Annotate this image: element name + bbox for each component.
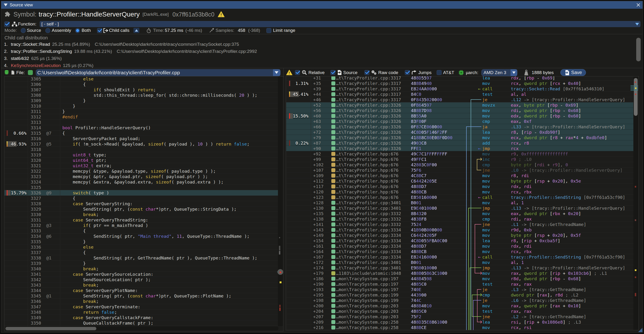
asm-row[interactable]: +56…t\TracyProfiler.cpp:3326488B7D98mov … bbox=[286, 108, 634, 113]
source-file-badge[interactable] bbox=[331, 212, 335, 216]
asm-offset[interactable]: +193 bbox=[313, 287, 324, 292]
asm-offset[interactable]: +56 bbox=[313, 108, 321, 113]
asm-source-location[interactable]: …t\TracyProfiler.hpp:676 bbox=[336, 168, 398, 173]
asm-offset[interactable]: +149 bbox=[313, 233, 324, 238]
asm-row[interactable]: +167…t\TracyProfiler.cpp:3334E824160000←… bbox=[286, 254, 634, 260]
line-number[interactable]: 3333 bbox=[30, 228, 41, 233]
source-file-badge[interactable] bbox=[331, 206, 335, 210]
asm-instruction[interactable]: cmp byte ptr [rdi + r9], 0 bbox=[482, 162, 568, 167]
window-resize-grip[interactable] bbox=[638, 328, 642, 332]
line-number[interactable]: 3328 bbox=[30, 201, 41, 206]
asm-offset[interactable]: +186 bbox=[313, 276, 324, 281]
source-file-badge[interactable] bbox=[331, 152, 335, 156]
collapse-arrow-icon[interactable] bbox=[4, 3, 8, 6]
asm-row[interactable]: 45.41%+44…t\TracyProfiler.cpp:331784C0te… bbox=[286, 92, 634, 97]
source-row[interactable]: 3330 break; bbox=[4, 212, 278, 217]
asm-row[interactable]: +209…mon\TracySystem.cpp:258488D35E88610… bbox=[286, 319, 634, 325]
asm-instruction[interactable]: cmp eax, 0xf bbox=[482, 119, 532, 124]
source-file-badge[interactable] bbox=[331, 190, 335, 194]
child-call-item[interactable]: 1.tracy::Socket::Read25.25 ms (54.89%)C:… bbox=[4, 42, 239, 47]
asm-offset[interactable]: +120 bbox=[313, 189, 324, 194]
asm-offset[interactable]: +35 bbox=[313, 81, 321, 86]
asm-instruction[interactable]: mov byte ptr [rsp + 0x20], 0x5e bbox=[482, 178, 581, 183]
mode-radio-source[interactable] bbox=[21, 28, 26, 33]
child-call-item[interactable]: 4.KeSynchronizeExecution125 µs (0.27%) bbox=[4, 63, 93, 68]
source-file-badge[interactable] bbox=[331, 201, 335, 205]
asm-instruction[interactable]: jne .L2 -> [tracy::GetThreadName] bbox=[482, 314, 586, 319]
line-number[interactable]: 3337 bbox=[30, 250, 41, 255]
asm-offset[interactable]: +174 bbox=[313, 265, 324, 270]
asm-offset[interactable]: +172 bbox=[313, 260, 324, 265]
source-file-badge[interactable] bbox=[331, 298, 335, 302]
asm-row[interactable]: +143…t\TracyProfiler.cpp:333441B90B00000… bbox=[286, 227, 634, 233]
asm-offset[interactable]: +31 bbox=[313, 76, 321, 80]
asm-source-location[interactable]: …t\TracyProfiler.cpp:3326 bbox=[336, 103, 401, 108]
asm-source-location[interactable]: …t\TracyProfiler.hpp:676 bbox=[336, 173, 398, 178]
source-file-badge[interactable] bbox=[331, 147, 335, 151]
asm-source-location[interactable]: …mon\TracySystem.cpp:199 bbox=[336, 293, 398, 298]
source-file-badge[interactable] bbox=[331, 184, 335, 188]
asm-row[interactable]: +112…t\TracyProfiler.hpp:676C64424205Emo… bbox=[286, 178, 634, 184]
source-row[interactable]: 0.66%3315@7{ bbox=[4, 131, 278, 136]
asm-instruction[interactable]: call tracy::Socket::Read [0x7ff61a546310… bbox=[482, 86, 604, 91]
source-row[interactable]: 3335 } bbox=[4, 239, 278, 244]
source-row[interactable]: 3324 memcpy( &extra, &payload.extra, siz… bbox=[4, 179, 278, 185]
asm-row[interactable]: +39…t\TracyProfiler.cpp:3317E824AA0000←c… bbox=[286, 86, 634, 92]
asm-offset[interactable]: +72 bbox=[313, 130, 321, 135]
asm-source-location[interactable]: …t\TracyProfiler.cpp:3401 bbox=[336, 200, 401, 205]
asm-row[interactable]: +52…t\TracyProfiler.cpp:33260FB64597movz… bbox=[286, 102, 634, 108]
mode-radio-both[interactable] bbox=[75, 28, 80, 33]
asm-instruction[interactable]: call tracy::Profiler::SendString [0x7ff6… bbox=[482, 255, 625, 259]
asm-row[interactable]: +164…t\TracyProfiler.cpp:3334488BCBmov r… bbox=[286, 249, 634, 254]
source-file-badge[interactable] bbox=[331, 250, 335, 254]
toggle-raw-code-checkbox[interactable] bbox=[364, 70, 369, 75]
asm-row[interactable]: +141…t\TracyProfiler.cpp:33327524jne .L1… bbox=[286, 222, 634, 227]
asm-offset[interactable]: +207 bbox=[313, 314, 324, 319]
source-file-badge[interactable] bbox=[331, 255, 335, 259]
source-row[interactable]: 3309 } bbox=[4, 98, 278, 103]
asm-instruction[interactable]: mov al, 1 bbox=[482, 260, 524, 265]
asm-row[interactable]: +72…t\TracyProfiler.cpp:33264C8D05F146F2… bbox=[286, 130, 634, 135]
asm-instruction[interactable]: lea r8, [rip + 0xcba5f] bbox=[482, 238, 560, 243]
asm-row[interactable]: +90…t\TracyProfiler.cpp:3326FFE1←jmp rcx bbox=[286, 146, 634, 151]
source-file-badge[interactable] bbox=[331, 173, 335, 178]
asm-row[interactable]: +172…t\TracyProfiler.cpp:3401B001mov al,… bbox=[286, 260, 634, 265]
source-file-badge[interactable] bbox=[331, 277, 335, 281]
asm-instruction[interactable]: mov r9d, 0xb bbox=[482, 227, 532, 232]
asm-instruction[interactable]: mov eax, dword ptr [rbx + 0x20] bbox=[482, 211, 581, 216]
source-file-badge[interactable] bbox=[331, 157, 335, 161]
asm-offset[interactable]: +52 bbox=[313, 103, 321, 108]
asm-source-location[interactable]: …t\TracyProfiler.cpp:3326 bbox=[336, 119, 401, 124]
line-number[interactable]: 3312 bbox=[30, 114, 41, 119]
asm-offset[interactable]: +141 bbox=[313, 222, 324, 227]
function-checkbox[interactable] bbox=[4, 21, 10, 27]
asm-source-location[interactable]: …t\TracyProfiler.hpp:676 bbox=[336, 162, 398, 167]
file-combo[interactable]: C:\Users\wolf\Desktop\darkrl\contrib\tra… bbox=[36, 69, 280, 76]
save-button[interactable]: Save bbox=[560, 69, 586, 76]
asm-offset[interactable]: +216 bbox=[313, 325, 324, 330]
asm-row[interactable]: +117…t\TracyProfiler.hpp:676488BD7mov rd… bbox=[286, 184, 634, 189]
source-row[interactable]: 3312#endif bbox=[4, 114, 278, 120]
line-number[interactable]: 3322 bbox=[30, 169, 41, 173]
asm-source-location[interactable]: …t\TracyProfiler.hpp:676 bbox=[336, 184, 398, 189]
source-row[interactable]: 3347 case ServerQueryTerminate: bbox=[4, 304, 278, 310]
source-row[interactable]: 3344 case ServerQueryPlotName: bbox=[4, 288, 278, 293]
asm-offset[interactable]: +161 bbox=[313, 244, 324, 249]
asm-row[interactable]: +174…t\TracyProfiler.cpp:3401E9B8010000j… bbox=[286, 265, 634, 271]
source-file-badge[interactable] bbox=[331, 326, 335, 330]
asm-row[interactable]: +216…mon\TracySystem.cpp:258488BCEmov rc… bbox=[286, 325, 634, 330]
line-number[interactable]: 3309 bbox=[30, 98, 41, 103]
source-row[interactable]: 3328 case ServerQueryString: bbox=[4, 201, 278, 206]
asm-source-location[interactable]: …mon\TracySystem.cpp:203 bbox=[336, 314, 398, 319]
asm-instruction[interactable]: mov byte ptr [rsp + 0x20], 0x5f bbox=[482, 233, 581, 238]
line-number[interactable]: 3315 bbox=[30, 131, 41, 136]
source-row[interactable]: 3343 break; bbox=[4, 282, 278, 288]
child-call-name[interactable]: KeSynchronizeExecution bbox=[11, 63, 61, 68]
toggle-source-checkbox[interactable] bbox=[330, 70, 335, 75]
line-number[interactable]: 3334 bbox=[30, 234, 41, 239]
line-number[interactable]: 3325 bbox=[30, 185, 41, 190]
child-call-item[interactable]: 3.stat64i32625 µs (1.36%) bbox=[4, 56, 62, 61]
toggle-at-t-checkbox[interactable] bbox=[437, 70, 442, 75]
mode-radio-assembly[interactable] bbox=[45, 28, 50, 33]
source-row[interactable]: 3307 if( shouldExit ) return; bbox=[4, 87, 278, 92]
